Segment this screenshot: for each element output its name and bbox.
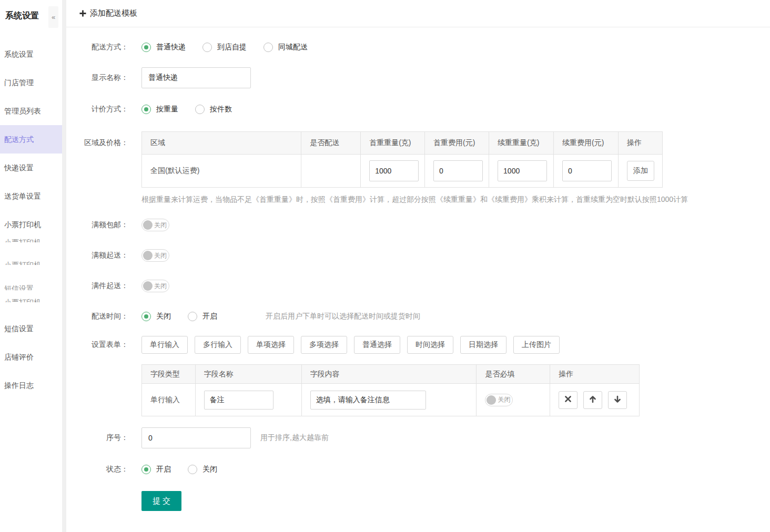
display-name-label: 显示名称： [66,73,141,83]
radio-unchecked-icon[interactable] [188,312,197,321]
field-content-input[interactable] [310,391,426,410]
radio-option-status-on[interactable]: 开启 [141,465,171,474]
first-weight-input[interactable] [369,160,419,181]
pricing-method-radio-group: 按重量 按件数 [141,105,249,114]
page: 系统设置 « 系统设置 门店管理 管理员列表 配送方式 快递设置 送货单设置 小… [0,0,770,532]
add-region-button[interactable]: 添加 [627,161,654,181]
min-amount-toggle[interactable]: 关闭 [141,249,169,262]
submit-button[interactable]: 提 交 [141,491,181,511]
sidebar-item-express-settings[interactable]: 快递设置 [0,154,62,182]
min-pieces-label: 满件起送： [66,281,141,291]
sidebar-item-shop-review[interactable]: 店铺评价 [0,343,62,371]
region-price-table: 区域 是否配送 首重重量(克) 首重费用(元) 续重重量(克) 续重费用(元) … [141,131,663,188]
status-radio-group: 开启 关闭 [141,465,234,474]
move-up-button[interactable] [583,391,602,409]
arrow-down-icon [614,395,621,405]
field-required-toggle[interactable]: 关闭 [485,394,513,406]
sort-row: 序号： 用于排序,越大越靠前 [66,427,770,448]
display-name-row: 显示名称： [66,67,770,88]
sort-input[interactable] [141,427,251,448]
sidebar-item-delivery-note-settings[interactable]: 送货单设置 [0,182,62,210]
first-fee-input[interactable] [433,160,483,181]
sidebar-item-receipt-printer[interactable]: 小票打印机 [0,210,62,239]
next-weight-input[interactable] [498,160,547,181]
radio-checked-icon[interactable] [141,465,151,474]
next-fee-input[interactable] [562,160,612,181]
radio-option-pickup[interactable]: 到店自提 [202,43,247,52]
field-name-input[interactable] [204,391,273,410]
collapse-sidebar-button[interactable]: « [48,6,58,28]
sidebar-item-store-management[interactable]: 门店管理 [0,68,62,97]
sidebar-item-sms-settings[interactable]: 短信设置 [0,314,62,343]
normal-select-button[interactable]: 普通选择 [354,336,400,354]
page-header: 添加配送模板 [66,0,770,27]
table-row: 全国(默认运费) 添加 [142,155,663,188]
radio-option-by-pieces[interactable]: 按件数 [195,105,232,114]
radio-option-time-off[interactable]: 关闭 [141,312,171,321]
pricing-method-label: 计价方式： [66,105,141,114]
col-region: 区域 [142,132,301,155]
form-builder-label: 设置表单： [66,340,141,350]
free-shipping-label: 满额包邮： [66,220,141,230]
col-field-content: 字段内容 [301,365,477,384]
sidebar-item-delivery-method[interactable]: 配送方式 [0,125,62,154]
radio-option-by-weight[interactable]: 按重量 [141,105,178,114]
radio-checked-icon[interactable] [141,43,151,52]
free-shipping-row: 满额包邮： 关闭 [66,219,770,231]
status-row: 状态： 开启 关闭 [66,463,770,476]
sidebar-item-admin-list[interactable]: 管理员列表 [0,97,62,125]
radio-checked-icon[interactable] [141,312,151,321]
min-pieces-toggle[interactable]: 关闭 [141,280,169,292]
delivery-method-label: 配送方式： [66,43,141,52]
toggle-knob [487,395,496,405]
deliverable-cell [301,155,361,188]
min-amount-row: 满额起送： 关闭 [66,249,770,262]
radio-option-city-delivery[interactable]: 同城配送 [264,43,308,52]
page-title: 添加配送模板 [90,8,137,18]
sidebar-item-system-settings[interactable]: 系统设置 [0,40,62,68]
delivery-time-row: 配送时间： 关闭 开启 开启后用户下单时可以选择配送时间或提货时间 [66,310,770,323]
multi-line-input-button[interactable]: 多行输入 [195,336,241,354]
delivery-time-hint: 开启后用户下单时可以选择配送时间或提货时间 [266,312,420,321]
col-field-name: 字段名称 [195,365,301,384]
col-first-fee: 首重费用(元) [425,132,489,155]
sidebar-title: 系统设置 [5,11,39,22]
single-select-button[interactable]: 单项选择 [248,336,294,354]
single-line-input-button[interactable]: 单行输入 [141,336,188,354]
date-select-button[interactable]: 日期选择 [460,336,506,354]
radio-unchecked-icon[interactable] [188,465,197,474]
toggle-knob [143,220,153,230]
radio-unchecked-icon[interactable] [202,43,212,52]
col-action: 操作 [619,132,663,155]
table-row: 单行输入 关闭 [142,384,640,416]
upload-image-button[interactable]: 上传图片 [513,336,560,354]
close-icon [564,395,572,404]
delivery-method-radio-group: 普通快递 到店自提 同城配送 [141,43,325,52]
col-first-weight: 首重重量(克) [361,132,425,155]
time-select-button[interactable]: 时间选择 [407,336,453,354]
sidebar-item-clipped-3: 短信设置 [0,285,62,290]
table-header-row: 字段类型 字段名称 字段内容 是否必填 操作 [142,365,640,384]
table-header-row: 区域 是否配送 首重重量(克) 首重费用(元) 续重重量(克) 续重费用(元) … [142,132,663,155]
sidebar-header: 系统设置 « [0,0,62,34]
submit-row: 提 交 [66,491,770,511]
region-cell: 全国(默认运费) [142,155,301,188]
radio-option-express[interactable]: 普通快递 [141,43,186,52]
free-shipping-toggle[interactable]: 关闭 [141,219,169,231]
multi-select-button[interactable]: 多项选择 [301,336,347,354]
region-price-row: 区域及价格： 区域 是否配送 首重重量(克) 首重费用(元) 续重重量(克) 续… [66,131,770,204]
field-type-cell: 单行输入 [142,384,196,416]
radio-checked-icon[interactable] [141,105,151,114]
fields-table: 字段类型 字段名称 字段内容 是否必填 操作 单行输入 [141,364,640,416]
radio-option-status-off[interactable]: 关闭 [188,465,217,474]
radio-unchecked-icon[interactable] [195,105,205,114]
toggle-knob [143,281,153,291]
radio-option-time-on[interactable]: 开启 [188,312,217,321]
move-down-button[interactable] [608,391,627,409]
delete-field-button[interactable] [559,391,578,409]
radio-unchecked-icon[interactable] [264,43,273,52]
display-name-input[interactable] [141,67,251,88]
sidebar-divider [62,0,66,532]
sidebar-item-clipped-1: 小票打印机 [0,239,62,242]
sidebar-item-operation-log[interactable]: 操作日志 [0,371,62,400]
